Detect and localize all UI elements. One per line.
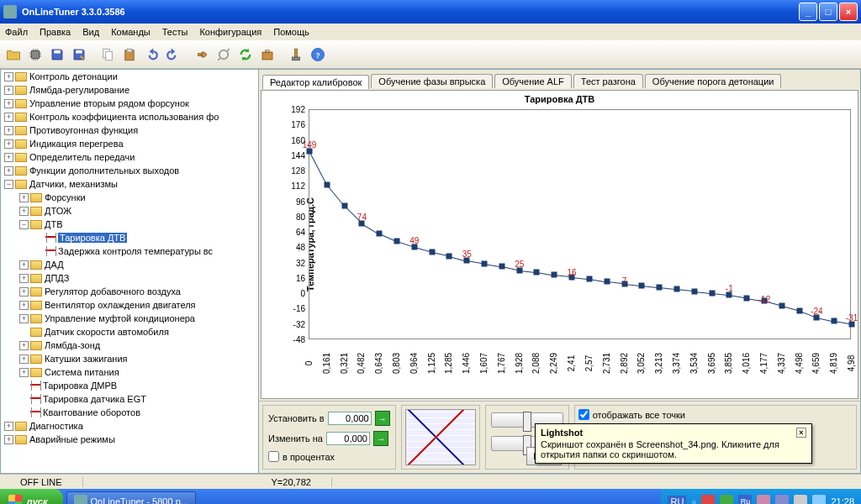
tray-icon[interactable] [812, 495, 826, 504]
tree-item[interactable]: +Определитель передачи [1, 150, 258, 164]
tree-item[interactable]: +ДАД [1, 258, 258, 271]
curve-preview[interactable] [405, 409, 476, 465]
open-icon[interactable] [3, 45, 24, 65]
tab[interactable]: Обучение порога детонации [645, 74, 782, 88]
tree-item[interactable]: Тарировка датчика EGT [1, 392, 258, 406]
change-apply-button[interactable]: → [373, 431, 388, 446]
folder-icon [30, 207, 42, 216]
connect-icon[interactable] [192, 45, 212, 65]
chart-area[interactable]: Тарировка ДТВ Температура, град.С 149744… [261, 90, 858, 399]
start-button[interactable]: пуск [0, 489, 63, 504]
y-tick: -48 [287, 335, 305, 344]
menu-item[interactable]: Помощь [273, 27, 309, 37]
menu-item[interactable]: Файл [5, 27, 28, 37]
tray-icon[interactable] [775, 495, 789, 504]
x-tick: 4,337 [776, 353, 785, 374]
tree-item[interactable]: +Аварийные режимы [1, 433, 258, 446]
svg-point-7 [219, 50, 229, 59]
close-button[interactable]: × [839, 3, 858, 21]
tray-icon[interactable]: Ru [738, 495, 752, 504]
tree-item[interactable]: +Вентилятор охлаждения двигателя [1, 298, 258, 312]
save-icon[interactable] [47, 45, 67, 65]
tree-item[interactable]: +Регулятор добавочного воздуха [1, 285, 258, 298]
y-tick: -16 [287, 304, 305, 313]
tab[interactable]: Редактор калибровок [262, 75, 369, 89]
menu-item[interactable]: Конфигурация [199, 27, 261, 37]
folder-icon [15, 180, 27, 189]
tree-item[interactable]: +Форсунки [1, 191, 258, 204]
tree-item[interactable]: +Противоугонная функция [1, 123, 258, 137]
tree-item[interactable]: +Лямбда-зонд [1, 339, 258, 352]
tree-item[interactable]: +Контроль детонации [1, 70, 258, 83]
tree-item[interactable]: +ДПДЗ [1, 271, 258, 285]
chip-icon[interactable] [25, 45, 45, 65]
menu-item[interactable]: Правка [40, 27, 71, 37]
tray-icon[interactable] [701, 495, 715, 504]
x-tick: 2,41 [567, 355, 576, 371]
x-tick: 0,964 [409, 353, 418, 374]
windows-logo-icon [8, 495, 22, 504]
menu-item[interactable]: Тесты [162, 27, 188, 37]
percent-checkbox[interactable]: в процентах [268, 451, 390, 462]
redo-icon[interactable] [163, 45, 183, 65]
tree-item[interactable]: +ДТОЖ [1, 204, 258, 218]
refresh-icon[interactable] [235, 45, 256, 65]
svg-rect-8 [262, 52, 272, 60]
tray-icon[interactable] [794, 495, 807, 504]
tree-item[interactable]: +Система питания [1, 365, 258, 379]
tree-item[interactable]: +Контроль коэффициента использования фо [1, 110, 258, 123]
tray-icon[interactable] [757, 495, 770, 504]
svg-rect-9 [266, 50, 270, 51]
x-tick: 4,498 [794, 353, 803, 374]
settings-icon[interactable] [286, 45, 306, 65]
system-tray[interactable]: RU « Ru 21:28 [661, 489, 861, 504]
help-icon[interactable]: ? [308, 45, 328, 65]
set-apply-button[interactable]: → [375, 411, 390, 426]
tree-panel[interactable]: +Контроль детонации+Лямбда-регулирование… [0, 69, 259, 474]
clock[interactable]: 21:28 [831, 496, 854, 504]
folder-icon [30, 328, 42, 337]
tree-item[interactable]: +Лямбда-регулирование [1, 83, 258, 97]
tray-icon[interactable] [720, 495, 733, 504]
menu-item[interactable]: Команды [111, 27, 151, 37]
tree-item[interactable]: −Датчики, механизмы [1, 177, 258, 191]
tree-item[interactable]: +Управление муфтой кондиционера [1, 312, 258, 325]
x-tick: 3,855 [724, 353, 733, 374]
tree-item[interactable]: Квантование оборотов [1, 406, 258, 419]
lang-indicator[interactable]: RU [668, 496, 686, 504]
briefcase-icon[interactable] [257, 45, 277, 65]
paste-icon[interactable] [119, 45, 140, 65]
tab[interactable]: Обучение фазы впрыска [371, 74, 493, 88]
menu-item[interactable]: Вид [82, 27, 99, 37]
tree-item[interactable]: Тарировка ДТВ [1, 231, 258, 244]
tree-item[interactable]: Датчик скорости автомобиля [1, 325, 258, 339]
x-tick: 2,57 [584, 355, 593, 371]
tab[interactable]: Обучение ALF [494, 74, 572, 88]
tree-item[interactable]: +Управление вторым рядом форсунок [1, 97, 258, 110]
status-left: OFF LINE [0, 477, 83, 487]
change-input[interactable] [326, 432, 370, 445]
set-input[interactable] [328, 412, 372, 425]
minimize-button[interactable]: _ [799, 3, 817, 21]
tree-item[interactable]: Задержка контроля температуры вс [1, 244, 258, 258]
tree-item[interactable]: +Катушки зажигания [1, 352, 258, 365]
show-all-checkbox[interactable]: отображать все точки [578, 409, 853, 420]
tab[interactable]: Тест разгона [573, 74, 643, 88]
notification-tooltip[interactable]: Lightshot× Скриншот сохранён в Screensho… [535, 423, 812, 464]
maximize-button[interactable]: □ [819, 3, 837, 21]
undo-icon[interactable] [141, 45, 161, 65]
x-tick: 4,819 [829, 353, 838, 374]
tool-a-icon[interactable] [214, 45, 234, 65]
copy-icon[interactable] [98, 45, 118, 65]
tree-item[interactable]: +Функции дополнительных выходов [1, 164, 258, 177]
tree-item[interactable]: +Диагностика [1, 419, 258, 433]
x-tick: 0,643 [374, 353, 383, 374]
saveas-icon[interactable] [69, 45, 89, 65]
folder-icon [15, 166, 27, 176]
tree-item[interactable]: −ДТВ [1, 218, 258, 231]
taskbar-app-button[interactable]: OnLineTuner - 5800 р... [66, 491, 196, 504]
tree-item[interactable]: +Индикация перегрева [1, 137, 258, 150]
x-tick: 0 [304, 361, 314, 366]
tooltip-close-icon[interactable]: × [796, 428, 806, 438]
tree-item[interactable]: Тарировка ДМРВ [1, 379, 258, 392]
